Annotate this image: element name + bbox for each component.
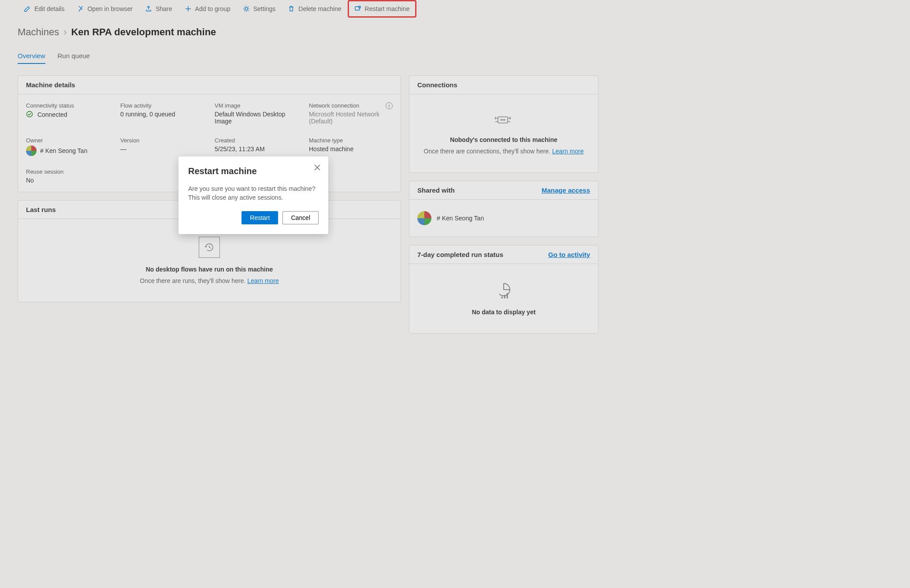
restart-machine-dialog: Restart machine Are you sure you want to… <box>178 156 328 234</box>
restart-button[interactable]: Restart <box>241 211 278 224</box>
cancel-button[interactable]: Cancel <box>282 211 319 224</box>
close-icon[interactable] <box>314 164 320 172</box>
dialog-title: Restart machine <box>188 166 319 176</box>
dialog-body: Are you sure you want to restart this ma… <box>188 184 319 202</box>
modal-backdrop <box>0 0 910 588</box>
